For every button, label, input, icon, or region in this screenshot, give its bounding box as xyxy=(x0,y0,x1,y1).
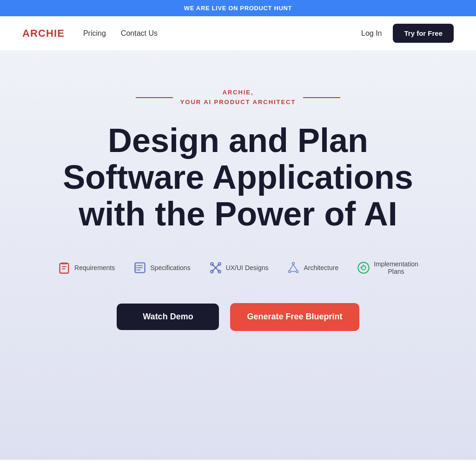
feature-requirements: Requirements xyxy=(58,261,115,274)
feature-architecture: Architecture xyxy=(287,261,338,274)
nav-links: Pricing Contact Us xyxy=(83,29,158,38)
hero-tagline: ARCHIE, YOUR AI PRODUCT ARCHITECT xyxy=(136,88,341,107)
generate-blueprint-button[interactable]: Generate Free Blueprint xyxy=(230,303,359,331)
feature-uxui: UX/UI Designs xyxy=(209,261,269,274)
navbar: ARCHIE Pricing Contact Us Log In Try for… xyxy=(0,16,476,51)
navbar-left: ARCHIE Pricing Contact Us xyxy=(22,27,158,40)
design-icon xyxy=(209,261,222,274)
login-link[interactable]: Log In xyxy=(361,29,382,38)
nav-link-contact[interactable]: Contact Us xyxy=(121,29,158,38)
watch-demo-button[interactable]: Watch Demo xyxy=(117,304,219,330)
hero-section: ARCHIE, YOUR AI PRODUCT ARCHITECT Design… xyxy=(0,51,476,460)
feature-architecture-label: Architecture xyxy=(304,264,338,271)
tagline-line-right xyxy=(303,97,340,98)
svg-line-22 xyxy=(290,264,293,271)
svg-rect-1 xyxy=(60,264,69,273)
try-for-free-button[interactable]: Try for Free xyxy=(393,24,454,43)
svg-point-11 xyxy=(136,267,137,268)
svg-point-20 xyxy=(289,271,291,273)
tagline-line-left xyxy=(136,97,173,98)
navbar-right: Log In Try for Free xyxy=(361,24,454,43)
feature-requirements-label: Requirements xyxy=(74,264,115,271)
feature-uxui-label: UX/UI Designs xyxy=(226,264,269,271)
svg-point-21 xyxy=(296,271,298,273)
gear-icon xyxy=(357,261,370,274)
hero-title: Design and Plan Software Applications wi… xyxy=(57,122,419,233)
feature-specifications-label: Specifications xyxy=(150,264,190,271)
nav-link-pricing[interactable]: Pricing xyxy=(83,29,106,38)
list-icon xyxy=(133,261,146,274)
features-row: Requirements Specifications xyxy=(58,260,418,275)
tagline-text: ARCHIE, YOUR AI PRODUCT ARCHITECT xyxy=(180,88,296,107)
banner-text: WE ARE LIVE ON PRODUCT HUNT xyxy=(184,5,292,12)
clipboard-icon xyxy=(58,261,71,274)
feature-implementation: ImplementationPlans xyxy=(357,260,418,275)
top-banner: WE ARE LIVE ON PRODUCT HUNT xyxy=(0,0,476,16)
svg-point-10 xyxy=(136,265,137,266)
feature-implementation-label: ImplementationPlans xyxy=(374,260,418,275)
architecture-icon xyxy=(287,261,300,274)
svg-point-19 xyxy=(292,262,295,264)
tagline-line1: ARCHIE, xyxy=(222,89,253,96)
buttons-row: Watch Demo Generate Free Blueprint xyxy=(117,303,359,331)
feature-specifications: Specifications xyxy=(133,261,190,274)
svg-line-23 xyxy=(293,264,297,271)
svg-point-12 xyxy=(136,270,137,271)
tagline-line2: YOUR AI PRODUCT ARCHITECT xyxy=(180,99,296,106)
logo[interactable]: ARCHIE xyxy=(22,27,65,40)
